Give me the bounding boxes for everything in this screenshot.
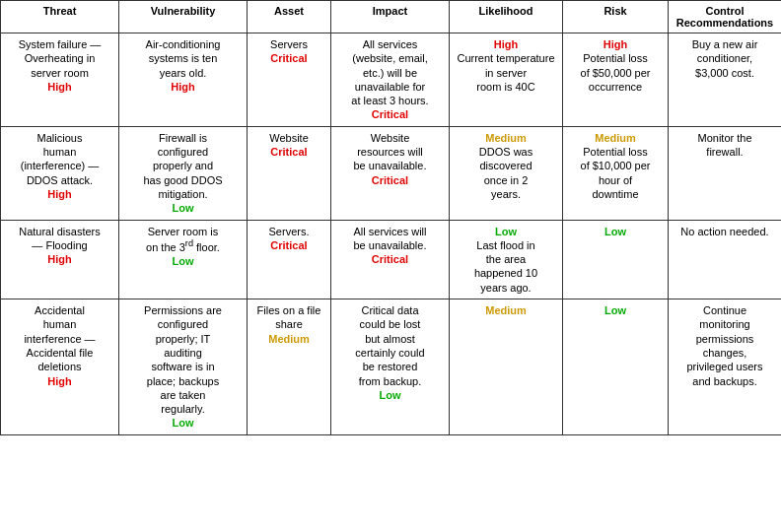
impact-cell: All services willbe unavailable.Critical bbox=[331, 220, 450, 299]
threat-cell: Accidentalhumaninterference —Accidental … bbox=[1, 299, 119, 435]
risk-cell: Low bbox=[563, 299, 669, 435]
control-cell: Monitor thefirewall. bbox=[669, 126, 782, 220]
control-cell: Continuemonitoringpermissionschanges,pri… bbox=[669, 299, 782, 435]
col-header-asset: Asset bbox=[248, 1, 331, 33]
col-header-threat: Threat bbox=[1, 1, 119, 33]
risk-cell: MediumPotential lossof $10,000 perhour o… bbox=[563, 126, 669, 220]
vulnerability-cell: Air-conditioningsystems is tenyears old.… bbox=[119, 33, 248, 127]
risk-cell: Low bbox=[563, 220, 669, 299]
impact-cell: All services(website, email,etc.) will b… bbox=[331, 33, 450, 127]
threat-cell: Malicioushuman(interference) —DDOS attac… bbox=[1, 126, 119, 220]
table-row: Accidentalhumaninterference —Accidental … bbox=[1, 299, 782, 435]
table-row: System failure —Overheating inserver roo… bbox=[1, 33, 782, 127]
col-header-likelihood: Likelihood bbox=[450, 1, 563, 33]
risk-cell: HighPotential lossof $50,000 peroccurren… bbox=[563, 33, 669, 127]
col-header-vulnerability: Vulnerability bbox=[119, 1, 248, 33]
vulnerability-cell: Server room ison the 3rd floor.Low bbox=[119, 220, 248, 299]
likelihood-cell: MediumDDOS wasdiscoveredonce in 2years. bbox=[450, 126, 563, 220]
col-header-impact: Impact bbox=[331, 1, 450, 33]
vulnerability-cell: Permissions areconfiguredproperly; ITaud… bbox=[119, 299, 248, 435]
asset-cell: Servers.Critical bbox=[248, 220, 331, 299]
asset-cell: ServersCritical bbox=[248, 33, 331, 127]
col-header-risk: Risk bbox=[563, 1, 669, 33]
control-cell: No action needed. bbox=[669, 220, 782, 299]
likelihood-cell: Medium bbox=[450, 299, 563, 435]
col-header-control: ControlRecommendations bbox=[669, 1, 782, 33]
table-row: Malicioushuman(interference) —DDOS attac… bbox=[1, 126, 782, 220]
impact-cell: Critical datacould be lostbut almostcert… bbox=[331, 299, 450, 435]
impact-cell: Websiteresources willbe unavailable.Crit… bbox=[331, 126, 450, 220]
vulnerability-cell: Firewall isconfiguredproperly andhas goo… bbox=[119, 126, 248, 220]
table-row: Natural disasters— FloodingHighServer ro… bbox=[1, 220, 782, 299]
asset-cell: Files on a fileshareMedium bbox=[248, 299, 331, 435]
control-cell: Buy a new airconditioner,$3,000 cost. bbox=[669, 33, 782, 127]
likelihood-cell: HighCurrent temperaturein serverroom is … bbox=[450, 33, 563, 127]
threat-cell: System failure —Overheating inserver roo… bbox=[1, 33, 119, 127]
asset-cell: WebsiteCritical bbox=[248, 126, 331, 220]
likelihood-cell: LowLast flood inthe areahappened 10years… bbox=[450, 220, 563, 299]
threat-cell: Natural disasters— FloodingHigh bbox=[1, 220, 119, 299]
